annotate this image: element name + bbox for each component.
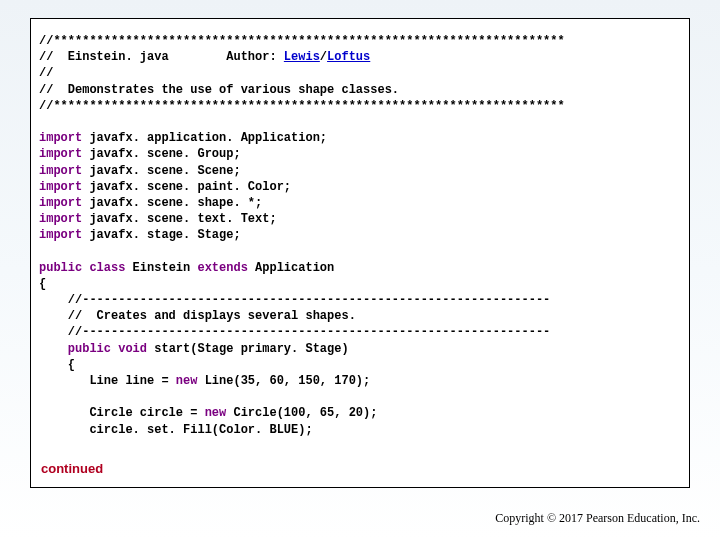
import-rest: javafx. scene. Group;	[82, 147, 240, 161]
class-name: Einstein	[125, 261, 197, 275]
code-listing: //**************************************…	[30, 18, 690, 488]
file-prefix: // Einstein. java Author:	[39, 50, 284, 64]
import-rest: javafx. scene. paint. Color;	[82, 180, 291, 194]
import-rest: javafx. application. Application;	[82, 131, 327, 145]
method-dashes-bot: //--------------------------------------…	[39, 324, 681, 340]
import-line: import javafx. scene. Scene;	[39, 163, 681, 179]
method-brace: {	[39, 357, 681, 373]
author-slash: /	[320, 50, 327, 64]
keyword-new: new	[205, 406, 227, 420]
line-decl: Line line = new Line(35, 60, 150, 170);	[39, 373, 681, 389]
author-link-2[interactable]: Loftus	[327, 50, 370, 64]
header-file-line: // Einstein. java Author: Lewis/Loftus	[39, 49, 681, 65]
method-indent	[39, 342, 68, 356]
keyword-import: import	[39, 196, 82, 210]
import-line: import javafx. scene. paint. Color;	[39, 179, 681, 195]
import-line: import javafx. scene. text. Text;	[39, 211, 681, 227]
continued-label: continued	[41, 460, 681, 478]
line-indent: Line line =	[39, 374, 176, 388]
spacer	[39, 114, 681, 130]
circle-rest: Circle(100, 65, 20);	[226, 406, 377, 420]
method-rest: start(Stage primary. Stage)	[147, 342, 349, 356]
keyword-extends: extends	[197, 261, 247, 275]
method-sig: public void start(Stage primary. Stage)	[39, 341, 681, 357]
keyword-import: import	[39, 164, 82, 178]
brace-open: {	[39, 276, 681, 292]
keyword-import: import	[39, 131, 82, 145]
import-rest: javafx. scene. text. Text;	[82, 212, 276, 226]
author-link-1[interactable]: Lewis	[284, 50, 320, 64]
import-rest: javafx. scene. Scene;	[82, 164, 240, 178]
keyword-new: new	[176, 374, 198, 388]
keyword-public-void: public void	[68, 342, 147, 356]
header-stars-top: //**************************************…	[39, 33, 681, 49]
circle-decl: Circle circle = new Circle(100, 65, 20);	[39, 405, 681, 421]
keyword-public-class: public class	[39, 261, 125, 275]
class-decl: public class Einstein extends Applicatio…	[39, 260, 681, 276]
import-rest: javafx. scene. shape. *;	[82, 196, 262, 210]
spacer	[39, 389, 681, 405]
keyword-import: import	[39, 147, 82, 161]
circle-fill: circle. set. Fill(Color. BLUE);	[39, 422, 681, 438]
header-blank: //	[39, 65, 681, 81]
import-line: import javafx. application. Application;	[39, 130, 681, 146]
header-stars-bot: //**************************************…	[39, 98, 681, 114]
method-comment: // Creates and displays several shapes.	[39, 308, 681, 324]
circle-indent: Circle circle =	[39, 406, 205, 420]
header-desc: // Demonstrates the use of various shape…	[39, 82, 681, 98]
copyright-text: Copyright © 2017 Pearson Education, Inc.	[495, 511, 700, 526]
line-rest: Line(35, 60, 150, 170);	[197, 374, 370, 388]
keyword-import: import	[39, 228, 82, 242]
method-dashes-top: //--------------------------------------…	[39, 292, 681, 308]
spacer	[39, 243, 681, 259]
import-line: import javafx. stage. Stage;	[39, 227, 681, 243]
keyword-import: import	[39, 212, 82, 226]
class-rest: Application	[248, 261, 334, 275]
import-rest: javafx. stage. Stage;	[82, 228, 240, 242]
keyword-import: import	[39, 180, 82, 194]
import-line: import javafx. scene. shape. *;	[39, 195, 681, 211]
import-line: import javafx. scene. Group;	[39, 146, 681, 162]
